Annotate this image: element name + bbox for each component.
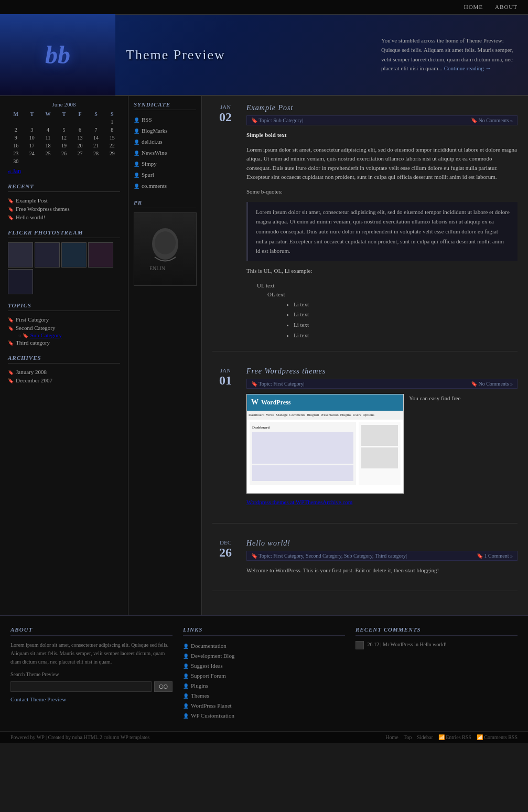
list-item: Development Blog [183,651,345,661]
comments-link[interactable]: 🔖 No Comments » [471,381,513,387]
archive-link[interactable]: December 2007 [16,377,52,383]
cal-day: 23 [8,149,24,157]
footer-link[interactable]: Support Forum [191,672,226,679]
list-item: RSS [134,114,196,125]
recent-link[interactable]: Free Wordpress themes [16,206,70,212]
archives-title: Archives [8,355,120,364]
calendar-title: June 2008 [8,101,120,108]
post-meta: 🔖 Topic: Sub Category| 🔖 No Comments » [246,115,518,125]
footer-link[interactable]: WordPress Planet [191,702,232,709]
cal-day: 13 [72,134,88,142]
syndicate-spurl[interactable]: Spurl [142,172,154,178]
bottom-bar: Powered by WP | Created by noha.HTML 2 c… [0,731,528,743]
cal-day: 14 [88,134,104,142]
cal-day: 9 [8,134,24,142]
post-topic: 🔖 Topic: First Category, Second Category… [251,553,407,559]
cal-day: 3 [24,126,40,134]
topic-link[interactable]: Third category [16,339,50,346]
footer-link[interactable]: Suggest Ideas [191,663,223,669]
site-link[interactable]: Wordpress themes at WPThemesArchive.com [246,499,352,505]
pr-image: ENLIN [134,212,197,286]
flickr-thumb[interactable] [35,242,60,268]
wordpress-screenshot: W WordPress DashboardWriteManageComments… [246,394,404,494]
cal-day: 11 [40,134,56,142]
footer-link[interactable]: WP Customization [191,712,234,719]
flickr-thumb[interactable] [8,242,33,268]
ul-label: This is UL, OL, Li example: [246,266,518,276]
topic-link[interactable]: First Category [16,316,49,323]
continue-reading-link[interactable]: Continue reading → [444,65,491,71]
list-item: Plugins [183,681,345,691]
cal-day [88,118,104,126]
comment-avatar [355,641,364,649]
topic-link[interactable]: First Category [273,381,304,387]
syndicate-blogmarks[interactable]: BlogMarks [142,127,168,134]
contact-link[interactable]: Contact Theme Preview [10,696,66,702]
footer-link[interactable]: Themes [191,692,209,699]
cal-day: 12 [56,134,72,142]
recent-link[interactable]: Hello world! [16,214,46,220]
calendar-section: June 2008 M T W T F S S 1 2345678 910111… [8,101,120,175]
post-text: You can easy find free [409,394,460,494]
cal-day: 1 [104,118,120,126]
topic-link[interactable]: Sub Category [273,117,302,123]
search-button[interactable]: GO [154,681,173,692]
cal-day: 16 [8,142,24,149]
cal-day: 26 [56,149,72,157]
syndicate-simpy[interactable]: Simpy [142,161,157,167]
footer-about: About Lorem ipsum dolor sit amet, consec… [10,626,173,721]
footer-comments: Recent Comments 26.12 | Mr WordPress in … [355,626,518,721]
bottom-link-comments-rss[interactable]: 📶 Comments RSS [477,734,518,740]
bottom-link-entries-rss[interactable]: 📶 Entries RSS [438,734,471,740]
footer-link[interactable]: Plugins [191,682,208,689]
nav-about[interactable]: ABOUT [495,4,518,10]
list-item: WP Customization [183,711,345,721]
post-month: JAN [220,367,231,373]
search-label: Search Theme Preview [10,671,173,677]
flickr-thumbs [8,242,120,294]
recent-link[interactable]: Example Post [16,197,48,204]
post-topic: 🔖 Topic: Sub Category| [251,117,303,123]
pr-section: PR ENLIN [134,199,196,286]
syndicate-delicious[interactable]: del.ici.us [142,138,163,145]
cal-day: 10 [24,134,40,142]
syndicate-comments[interactable]: co.mments [142,183,167,189]
post-paragraph: Welcome to WordPress. This is your first… [246,566,518,575]
bquotes-label: Some b-quotes: [246,187,518,197]
bottom-link-top[interactable]: Top [404,734,412,740]
post-title: Free Wordpress themes [246,367,518,376]
comments-link[interactable]: 🔖 1 Comment » [477,553,513,559]
sidebar: June 2008 M T W T F S S 1 2345678 910111… [0,96,128,615]
syndicate-rss[interactable]: RSS [142,116,152,123]
cal-day [40,157,56,165]
footer-link[interactable]: Documentation [191,643,227,649]
cal-day: 7 [88,126,104,134]
calendar-table: M T W T F S S 1 2345678 9101112131415 16… [8,110,120,165]
cal-day [88,157,104,165]
syndicate-newswine[interactable]: NewsWine [142,149,167,156]
top-navigation: HOME ABOUT [0,0,528,15]
footer-link[interactable]: Development Blog [191,653,234,659]
post-paragraph: Lorem ipsum dolor sit amet, consectetur … [246,145,518,182]
footer-links-title: Links [183,626,345,636]
calendar-prev-link[interactable]: « Jan [8,167,21,175]
post-date: JAN 02 [212,104,239,124]
flickr-thumb[interactable] [8,269,33,294]
cal-day: 2 [8,126,24,134]
search-input[interactable] [10,681,152,692]
archives-list: January 2008 December 2007 [8,368,120,384]
bottom-link-sidebar[interactable]: Sidebar [417,734,433,740]
list-item: Li text [294,320,518,330]
bottom-link-home[interactable]: Home [385,734,398,740]
pr-graphic: ENLIN [144,223,186,275]
topic-link[interactable]: Sub Category [30,332,62,338]
topic-link[interactable]: Second Category [16,325,55,331]
archive-link[interactable]: January 2008 [16,369,47,375]
post-day: 02 [212,110,239,124]
nav-home[interactable]: HOME [464,4,483,10]
flickr-thumb[interactable] [88,242,113,268]
comments-link[interactable]: 🔖 No Comments » [471,117,513,123]
flickr-thumb[interactable] [61,242,87,268]
cal-day: 17 [24,142,40,149]
ul-section: UL text OL text Li text Li text Li text … [246,281,518,341]
